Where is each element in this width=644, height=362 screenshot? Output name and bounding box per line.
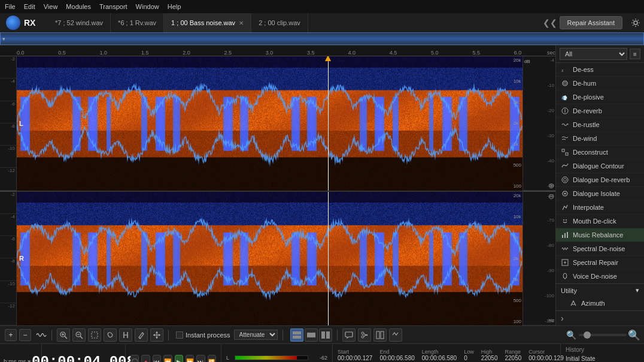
- spectrogram-channels[interactable]: L 20k 10k 5k 2k 1k: [17, 56, 523, 325]
- sidebar-utility-header[interactable]: Utility ▾: [556, 283, 644, 297]
- zoom-slider[interactable]: [579, 334, 627, 336]
- stat-low: Low 0: [464, 349, 474, 361]
- tool-speech-bubble[interactable]: [342, 328, 356, 342]
- sidebar-item-de-wind[interactable]: De-wind: [556, 132, 644, 146]
- tab-1[interactable]: *7 ; 52 wind.wav: [48, 13, 111, 32]
- menu-item-help[interactable]: Help: [168, 3, 181, 10]
- settings-icon[interactable]: [627, 18, 644, 28]
- sidebar-item-music-rebalance[interactable]: Music Rebalance: [556, 228, 644, 242]
- repair-assistant-button[interactable]: Repair Assistant: [560, 16, 622, 29]
- de-hum-icon: [561, 79, 569, 88]
- sidebar-item-de-reverb[interactable]: De-reverb: [556, 104, 644, 118]
- sidebar-item-de-ess[interactable]: 𝑠 De-ess: [556, 63, 644, 77]
- stat-high: High 22050: [481, 349, 498, 361]
- tab-2[interactable]: *6 ; 1 Rv.wav: [111, 13, 164, 32]
- menu-item-view[interactable]: View: [44, 3, 58, 10]
- db-scale-right: dB -4 -10 -20 -30 -40 -50 -60 -70 -80: [523, 56, 555, 325]
- db-row-4: -4: [0, 79, 16, 101]
- zoom-slider-thumb[interactable]: [584, 331, 591, 339]
- transport-fast-forward[interactable]: ⏩: [186, 355, 194, 363]
- view-both-channels[interactable]: [290, 328, 303, 342]
- transport-headphones[interactable]: 🎧: [130, 355, 139, 363]
- sidebar-item-spectral-repair[interactable]: Spectral Repair: [556, 256, 644, 270]
- sidebar-item-deconstruct[interactable]: Deconstruct: [556, 146, 644, 159]
- tab-3[interactable]: 1 ; 00 Bass noise.wav ✕: [164, 13, 251, 32]
- sidebar-item-spectral-de-noise[interactable]: Spectral De-noise: [556, 242, 644, 256]
- db-row-2: -2: [0, 56, 16, 79]
- sidebar-item-dialogue-isolate[interactable]: Dialogue Isolate: [556, 187, 644, 201]
- tool-freq-select[interactable]: [389, 328, 402, 342]
- svg-line-24: [80, 336, 83, 339]
- history-area: History Initial State: [560, 344, 644, 362]
- music-rebalance-icon: [561, 231, 569, 239]
- sidebar-item-dialogue-contour[interactable]: Dialogue Contour: [556, 159, 644, 173]
- zoom-in-freq[interactable]: ⊕: [548, 182, 554, 190]
- sidebar-item-de-hum[interactable]: De-hum: [556, 77, 644, 90]
- transport-skip-end[interactable]: ⏭: [196, 355, 205, 363]
- timeline-5: 5.0: [431, 50, 439, 56]
- db-row-2b: -2: [0, 192, 16, 214]
- sidebar-item-mouth-de-click[interactable]: Mouth De-click: [556, 215, 644, 228]
- sidebar-filter-select[interactable]: All: [560, 48, 627, 60]
- sidebar-item-de-rustle[interactable]: De-rustle: [556, 118, 644, 132]
- svg-point-2: [563, 81, 567, 86]
- waveform-display-icon[interactable]: [36, 330, 47, 340]
- sidebar-expand-more[interactable]: ›: [556, 310, 644, 325]
- meter-row-l: L -62: [226, 355, 327, 361]
- transport-loop[interactable]: 🔁: [208, 355, 216, 363]
- instant-process-checkbox[interactable]: [176, 331, 183, 339]
- zoom-in-icon-right[interactable]: 🔍: [628, 329, 640, 340]
- sidebar-item-azimuth[interactable]: Azimuth: [556, 297, 644, 310]
- menu-item-window[interactable]: Window: [136, 3, 159, 10]
- stat-high-value: 22050: [481, 355, 498, 361]
- right-channel[interactable]: R 20k 10k 5k 2k 1k 500 100: [17, 192, 523, 326]
- sidebar-item-interpolate[interactable]: Interpolate: [556, 201, 644, 215]
- meter-bar-l: [235, 356, 297, 360]
- tool-zoom-in[interactable]: [57, 328, 70, 342]
- tool-zoom-out[interactable]: [72, 328, 86, 342]
- menu-item-modules[interactable]: Modules: [66, 3, 91, 10]
- sidebar-menu-button[interactable]: ≡: [630, 49, 640, 59]
- tool-time-selection[interactable]: [119, 328, 132, 342]
- tool-pan[interactable]: [150, 328, 163, 342]
- view-right-channel[interactable]: [319, 328, 332, 342]
- sidebar-item-dialogue-de-reverb[interactable]: Dialogue De-reverb: [556, 173, 644, 187]
- menu-item-file[interactable]: File: [5, 3, 16, 10]
- menu-bar: File Edit View Modules Transport Window …: [0, 0, 644, 13]
- transport-record[interactable]: ●: [141, 355, 150, 363]
- overview-strip[interactable]: ▾: [0, 32, 644, 46]
- svg-point-0: [634, 21, 637, 25]
- zoom-out-freq[interactable]: ⊖: [548, 192, 554, 201]
- db-row-4b: -4: [0, 214, 16, 236]
- zoom-out-icon[interactable]: 🔍: [566, 330, 576, 340]
- overview-selection: [0, 32, 644, 45]
- sidebar-header: All ≡: [556, 46, 644, 63]
- zoom-out-button[interactable]: −: [19, 329, 31, 341]
- transport-play[interactable]: ▶: [175, 355, 183, 363]
- menu-item-edit[interactable]: Edit: [24, 3, 35, 10]
- tab-4[interactable]: 2 ; 00 clip.wav: [251, 13, 308, 32]
- tool-lasso[interactable]: [104, 328, 117, 342]
- svg-rect-15: [564, 233, 566, 238]
- attenuate-select[interactable]: Attenuate: [234, 330, 278, 340]
- left-channel[interactable]: L 20k 10k 5k 2k 1k: [17, 56, 523, 192]
- tool-selection[interactable]: [88, 328, 101, 342]
- tool-snip[interactable]: [358, 328, 371, 342]
- nav-prev-icon[interactable]: ❮❮: [543, 18, 557, 28]
- timeline-0: 0.0: [17, 50, 25, 56]
- menu-item-transport[interactable]: Transport: [99, 3, 127, 10]
- view-left-channel[interactable]: [305, 328, 318, 342]
- timeline-4: 4.0: [348, 50, 356, 56]
- tab-3-close[interactable]: ✕: [239, 20, 244, 26]
- zoom-in-button[interactable]: +: [5, 329, 17, 341]
- channel-dropdown-icon[interactable]: ▾: [28, 358, 31, 362]
- transport-rewind[interactable]: ⏪: [163, 355, 172, 363]
- tool-pencil[interactable]: [135, 328, 148, 342]
- left-channel-label: L: [19, 120, 23, 127]
- tool-export[interactable]: [373, 328, 387, 342]
- sidebar-item-de-plosive[interactable]: 💨 De-plosive: [556, 90, 644, 104]
- svg-rect-7: [566, 153, 568, 155]
- sidebar-item-voice-de-noise[interactable]: Voice De-noise: [556, 270, 644, 283]
- timeline-05: 0.5: [58, 50, 66, 56]
- transport-skip-back[interactable]: ⏮: [153, 355, 161, 363]
